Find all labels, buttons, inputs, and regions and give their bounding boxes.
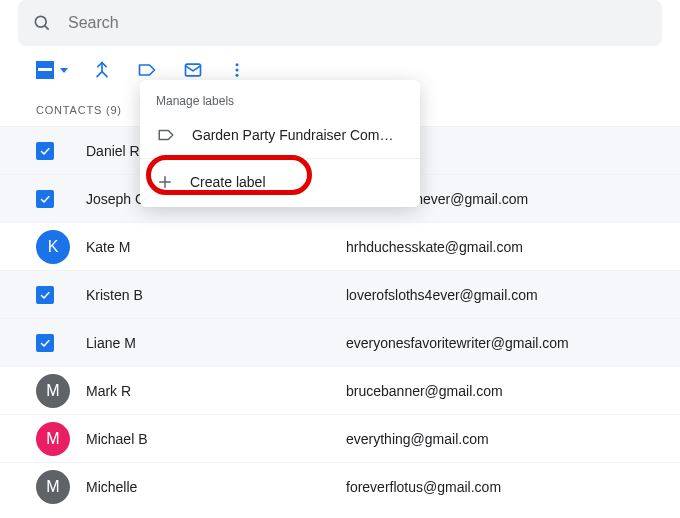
create-label-item[interactable]: Create label [140,163,420,201]
plus-icon [156,173,174,191]
contact-avatar[interactable]: M [36,422,86,456]
contact-checkbox[interactable] [36,286,86,304]
contact-name: Kate M [86,239,346,255]
popup-divider [140,158,420,159]
contact-avatar[interactable]: K [36,230,86,264]
select-all-indeterminate-icon [36,61,54,79]
contact-avatar[interactable]: M [36,470,86,504]
contact-row[interactable]: MMark Rbrucebanner@gmail.com [0,366,680,414]
contact-row[interactable]: KKate Mhrhduchesskate@gmail.com [0,222,680,270]
avatar: M [36,470,70,504]
svg-point-0 [35,16,46,27]
checkbox-checked-icon [36,334,54,352]
svg-point-4 [236,69,239,72]
contact-email: everyonesfavoritewriter@gmail.com [346,335,569,351]
contact-name: Michael B [86,431,346,447]
contact-checkbox[interactable] [36,142,86,160]
select-all-toggle[interactable] [36,61,68,79]
label-icon [136,60,158,80]
contact-checkbox[interactable] [36,190,86,208]
svg-point-5 [236,74,239,77]
avatar: M [36,422,70,456]
contact-row[interactable]: MMichelleforeverflotus@gmail.com [0,462,680,510]
create-label-text: Create label [190,174,266,190]
merge-button[interactable] [92,60,112,80]
avatar: M [36,374,70,408]
checkbox-checked-icon [36,286,54,304]
contact-email: foreverflotus@gmail.com [346,479,501,495]
search-bar[interactable] [18,0,662,46]
avatar: K [36,230,70,264]
more-vert-icon [228,60,246,80]
more-actions-button[interactable] [228,60,246,80]
mail-icon [182,60,204,80]
contact-row[interactable]: Kristen Bloverofsloths4ever@gmail.com [0,270,680,318]
contact-name: Mark R [86,383,346,399]
contact-email: loverofsloths4ever@gmail.com [346,287,538,303]
label-item-text: Garden Party Fundraiser Com… [192,127,394,143]
contact-email: everything@gmail.com [346,431,489,447]
contact-name: Michelle [86,479,346,495]
label-outline-icon [156,126,176,144]
merge-icon [92,60,112,80]
contact-name: Liane M [86,335,346,351]
contact-email: hrhduchesskate@gmail.com [346,239,523,255]
contact-checkbox[interactable] [36,334,86,352]
contact-email: brucebanner@gmail.com [346,383,503,399]
svg-line-1 [45,26,49,30]
checkbox-checked-icon [36,190,54,208]
send-email-button[interactable] [182,60,204,80]
svg-point-3 [236,63,239,66]
labels-popup: Manage labels Garden Party Fundraiser Co… [140,80,420,207]
checkbox-checked-icon [36,142,54,160]
label-item-existing[interactable]: Garden Party Fundraiser Com… [140,116,420,154]
contact-row[interactable]: Liane Meveryonesfavoritewriter@gmail.com [0,318,680,366]
manage-labels-button[interactable] [136,60,158,80]
dropdown-caret-icon [60,68,68,73]
contact-name: Kristen B [86,287,346,303]
contact-row[interactable]: MMichael Beverything@gmail.com [0,414,680,462]
contact-avatar[interactable]: M [36,374,86,408]
labels-popup-header: Manage labels [140,80,420,116]
search-input[interactable] [66,13,648,33]
search-icon [32,13,52,33]
